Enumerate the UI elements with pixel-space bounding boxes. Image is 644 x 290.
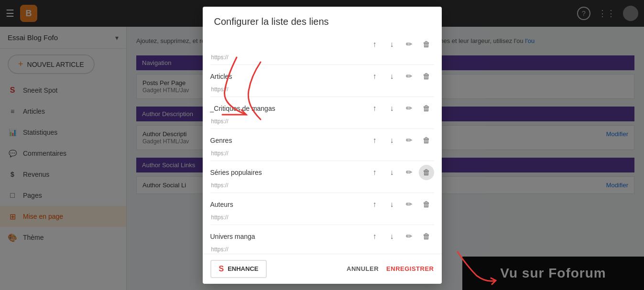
move-up-button[interactable]: ↑ — [367, 133, 382, 148]
modal-body[interactable]: ↑ ↓ ✏ 🗑 https:// Articles ↑ ↓ ✏ 🗑 https:… — [203, 33, 442, 254]
link-url: https:// — [210, 118, 434, 125]
link-item-header: Univers manga ↑ ↓ ✏ 🗑 — [210, 229, 434, 244]
link-item-header: _Critiques de mangas ↑ ↓ ✏ 🗑 — [210, 101, 434, 116]
link-actions: ↑ ↓ ✏ 🗑 — [367, 197, 434, 212]
enhance-button[interactable]: S ENHANCE — [210, 260, 267, 278]
edit-button[interactable]: ✏ — [402, 69, 417, 84]
edit-button[interactable]: ✏ — [402, 197, 417, 212]
delete-button[interactable]: 🗑 — [419, 69, 434, 84]
link-item-header: Articles ↑ ↓ ✏ 🗑 — [210, 69, 434, 84]
move-down-button[interactable]: ↓ — [384, 69, 400, 84]
move-down-button[interactable]: ↓ — [384, 165, 400, 180]
footer-actions: ANNULER ENREGISTRER — [347, 265, 434, 272]
link-name: _Critiques de mangas — [210, 105, 275, 112]
link-item-header: Séries populaires ↑ ↓ ✏ 🗑 — [210, 165, 434, 180]
delete-button[interactable]: 🗑 — [419, 197, 434, 212]
link-actions: ↑ ↓ ✏ 🗑 — [367, 133, 434, 148]
modal-footer: S ENHANCE ANNULER ENREGISTRER — [203, 254, 442, 284]
delete-button[interactable]: 🗑 — [419, 133, 434, 148]
move-down-button[interactable]: ↓ — [384, 229, 400, 244]
enhance-label: ENHANCE — [228, 265, 258, 272]
edit-button[interactable]: ✏ — [402, 37, 417, 52]
link-actions: ↑ ↓ ✏ 🗑 — [367, 101, 434, 116]
delete-button[interactable]: 🗑 — [419, 229, 434, 244]
list-item: _Critiques de mangas ↑ ↓ ✏ 🗑 https:// — [210, 97, 434, 129]
link-actions: ↑ ↓ ✏ 🗑 — [367, 69, 434, 84]
move-down-button[interactable]: ↓ — [384, 133, 400, 148]
link-name: Univers manga — [210, 233, 255, 240]
list-item: Auteurs ↑ ↓ ✏ 🗑 https:// — [210, 193, 434, 225]
move-up-button[interactable]: ↑ — [367, 69, 382, 84]
list-item: ↑ ↓ ✏ 🗑 https:// — [210, 33, 434, 65]
delete-button-active[interactable]: 🗑 — [419, 165, 434, 180]
move-down-button[interactable]: ↓ — [384, 37, 400, 52]
edit-button[interactable]: ✏ — [402, 165, 417, 180]
modal-title: Configurer la liste des liens — [203, 7, 442, 33]
configure-links-modal: Configurer la liste des liens ↑ ↓ ✏ 🗑 ht… — [203, 7, 442, 284]
link-url: https:// — [210, 86, 434, 93]
edit-button[interactable]: ✏ — [402, 101, 417, 116]
edit-button[interactable]: ✏ — [402, 133, 417, 148]
link-name: Séries populaires — [210, 169, 262, 176]
move-up-button[interactable]: ↑ — [367, 37, 382, 52]
link-item-header: ↑ ↓ ✏ 🗑 — [210, 37, 434, 52]
enregistrer-button[interactable]: ENREGISTRER — [386, 265, 434, 272]
move-up-button[interactable]: ↑ — [367, 197, 382, 212]
link-url: https:// — [210, 150, 434, 157]
delete-button[interactable]: 🗑 — [419, 37, 434, 52]
list-item: Séries populaires ↑ ↓ ✏ 🗑 https:// — [210, 161, 434, 193]
move-down-button[interactable]: ↓ — [384, 197, 400, 212]
link-actions: ↑ ↓ ✏ 🗑 — [367, 165, 434, 180]
move-up-button[interactable]: ↑ — [367, 101, 382, 116]
enhance-s-icon: S — [219, 265, 224, 273]
link-name: Genres — [210, 137, 232, 144]
move-down-button[interactable]: ↓ — [384, 101, 400, 116]
move-up-button[interactable]: ↑ — [367, 165, 382, 180]
delete-button[interactable]: 🗑 — [419, 101, 434, 116]
link-actions: ↑ ↓ ✏ 🗑 — [367, 37, 434, 52]
list-item: Articles ↑ ↓ ✏ 🗑 https:// — [210, 65, 434, 97]
link-name: Articles — [210, 73, 232, 80]
link-actions: ↑ ↓ ✏ 🗑 — [367, 229, 434, 244]
link-url: https:// — [210, 54, 434, 61]
link-url: https:// — [210, 214, 434, 221]
link-url: https:// — [210, 182, 434, 189]
list-item: Univers manga ↑ ↓ ✏ 🗑 https:// — [210, 225, 434, 254]
move-up-button[interactable]: ↑ — [367, 229, 382, 244]
link-item-header: Genres ↑ ↓ ✏ 🗑 — [210, 133, 434, 148]
list-item: Genres ↑ ↓ ✏ 🗑 https:// — [210, 129, 434, 161]
link-item-header: Auteurs ↑ ↓ ✏ 🗑 — [210, 197, 434, 212]
link-url: https:// — [210, 246, 434, 253]
link-name: Auteurs — [210, 201, 233, 208]
annuler-button[interactable]: ANNULER — [347, 265, 379, 272]
edit-button[interactable]: ✏ — [402, 229, 417, 244]
